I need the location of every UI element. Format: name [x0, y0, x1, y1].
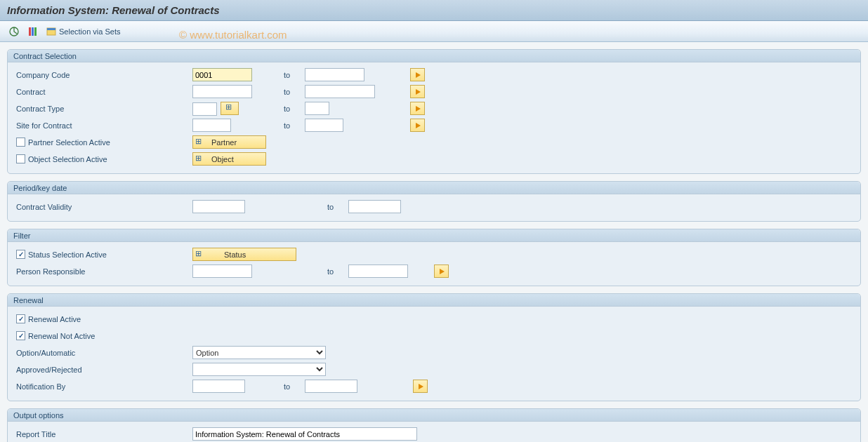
to-label: to: [284, 88, 305, 96]
arrow-right-icon: [440, 269, 445, 274]
notification-more-button[interactable]: [413, 380, 428, 393]
company-code-label: Company Code: [13, 71, 192, 79]
contract-from[interactable]: [192, 85, 252, 98]
to-label: to: [284, 105, 305, 113]
svg-rect-2: [32, 27, 34, 36]
group-period: Period/key date Contract Validity to: [7, 181, 861, 222]
person-label: Person Responsible: [13, 267, 192, 276]
contract-type-from[interactable]: [192, 102, 217, 116]
company-code-more-button[interactable]: [410, 68, 425, 81]
person-more-button[interactable]: [434, 264, 449, 278]
window-title: Information System: Renewal of Contracts: [7, 4, 220, 16]
notification-label: Notification By: [13, 382, 192, 391]
renewal-active-checkbox[interactable]: [16, 314, 25, 323]
selection-via-sets-label: Selection via Sets: [59, 27, 120, 36]
arrow-right-icon: [416, 123, 421, 128]
to-label: to: [284, 121, 305, 130]
contract-label: Contract: [13, 88, 192, 96]
application-toolbar: Selection via Sets: [0, 21, 868, 42]
status-selection-checkbox[interactable]: [16, 250, 25, 259]
option-auto-select[interactable]: Option: [192, 346, 326, 359]
group-header: Contract Selection: [8, 50, 860, 62]
group-filter: Filter Status Selection Active Status Pe…: [7, 229, 861, 286]
person-from[interactable]: [192, 264, 252, 278]
svg-rect-5: [47, 28, 55, 30]
object-button[interactable]: Object: [192, 152, 266, 166]
arrow-right-icon: [419, 384, 423, 389]
contract-to[interactable]: [305, 85, 375, 98]
option-auto-label: Option/Automatic: [13, 349, 192, 357]
contract-type-more-button[interactable]: [410, 102, 425, 115]
expand-icon: [196, 139, 203, 146]
validity-to[interactable]: [348, 200, 401, 213]
group-contract-selection: Contract Selection Company Code to Contr…: [7, 49, 861, 174]
object-selection-checkbox[interactable]: [16, 154, 25, 163]
person-to[interactable]: [348, 264, 408, 278]
validity-label: Contract Validity: [13, 203, 192, 211]
to-label: to: [327, 267, 348, 276]
expand-icon: [196, 156, 203, 163]
approved-select[interactable]: [192, 363, 326, 376]
sets-icon: [46, 27, 56, 36]
report-title-input[interactable]: [192, 427, 417, 441]
expand-icon: [226, 105, 233, 112]
notification-from[interactable]: [192, 380, 245, 393]
partner-selection-checkbox[interactable]: [16, 138, 25, 147]
status-selection-label: Status Selection Active: [28, 250, 107, 259]
partner-button-label: Partner: [211, 138, 237, 147]
group-header: Period/key date: [8, 182, 860, 194]
site-to[interactable]: [305, 119, 343, 132]
validity-from[interactable]: [192, 200, 245, 213]
variant-icon[interactable]: [25, 25, 39, 39]
report-title-label: Report Title: [13, 430, 192, 438]
arrow-right-icon: [416, 106, 421, 112]
site-more-button[interactable]: [410, 119, 425, 132]
site-from[interactable]: [192, 119, 231, 132]
contract-type-expand-button[interactable]: [221, 102, 239, 115]
window-title-bar: Information System: Renewal of Contracts: [0, 0, 868, 21]
contract-type-label: Contract Type: [13, 105, 192, 113]
contract-more-button[interactable]: [410, 85, 425, 98]
status-button-label: Status: [224, 250, 246, 259]
partner-selection-label: Partner Selection Active: [28, 138, 110, 147]
group-header: Renewal: [8, 294, 860, 307]
renewal-not-active-checkbox[interactable]: [16, 331, 25, 340]
notification-to[interactable]: [305, 380, 357, 393]
approved-label: Approved/Rejected: [13, 366, 192, 374]
contract-type-to[interactable]: [305, 102, 329, 115]
renewal-not-active-label: Renewal Not Active: [28, 332, 95, 340]
svg-rect-3: [34, 27, 37, 36]
to-label: to: [284, 382, 305, 391]
object-selection-label: Object Selection Active: [28, 155, 107, 163]
selection-via-sets-button[interactable]: Selection via Sets: [44, 25, 123, 38]
execute-icon[interactable]: [7, 25, 21, 39]
status-button[interactable]: Status: [192, 248, 296, 261]
partner-button[interactable]: Partner: [192, 135, 266, 149]
expand-icon: [196, 251, 203, 258]
arrow-right-icon: [416, 72, 421, 78]
site-label: Site for Contract: [13, 121, 192, 130]
company-code-from[interactable]: [192, 68, 252, 81]
arrow-right-icon: [416, 89, 421, 95]
group-renewal: Renewal Renewal Active Renewal Not Activ…: [7, 293, 861, 401]
to-label: to: [284, 71, 305, 79]
object-button-label: Object: [211, 155, 234, 163]
group-output: Output options Report Title Layout: [7, 408, 861, 442]
group-header: Output options: [8, 409, 860, 422]
company-code-to[interactable]: [305, 68, 364, 81]
renewal-active-label: Renewal Active: [28, 315, 81, 323]
to-label: to: [327, 203, 348, 211]
svg-rect-1: [29, 27, 31, 36]
selection-screen: Contract Selection Company Code to Contr…: [0, 42, 868, 442]
group-header: Filter: [8, 229, 860, 242]
